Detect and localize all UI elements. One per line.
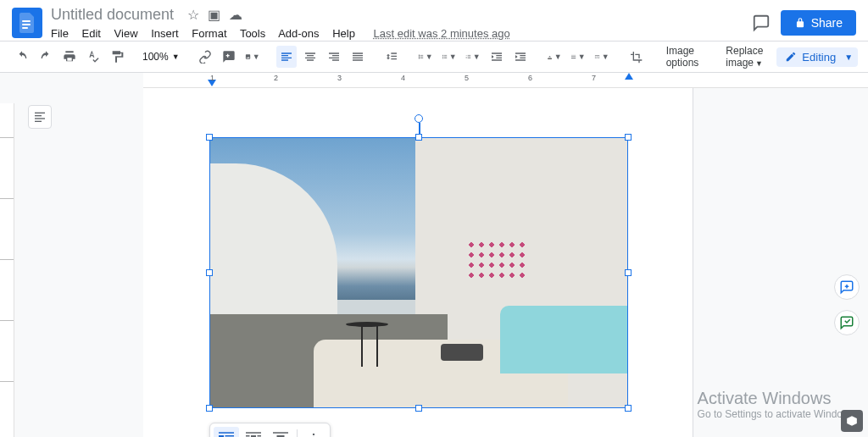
resize-handle-e[interactable] xyxy=(625,269,632,276)
wrap-inline-button[interactable] xyxy=(214,427,239,437)
editing-mode-select[interactable]: Editing ▼ xyxy=(776,47,858,67)
menu-tools[interactable]: Tools xyxy=(240,27,265,40)
resize-handle-se[interactable] xyxy=(625,405,632,412)
rotate-handle[interactable] xyxy=(415,114,423,123)
numbered-list-button[interactable]: 123▼ xyxy=(463,46,483,68)
right-indent-marker[interactable] xyxy=(625,73,633,80)
share-label: Share xyxy=(811,16,843,30)
menu-view[interactable]: View xyxy=(114,27,138,40)
svg-rect-36 xyxy=(35,121,42,122)
svg-rect-49 xyxy=(273,432,288,434)
open-comments-icon[interactable] xyxy=(752,14,771,32)
add-comment-fab[interactable] xyxy=(834,274,860,300)
increase-indent-button[interactable] xyxy=(510,46,531,68)
menu-file[interactable]: File xyxy=(51,27,69,40)
svg-point-10 xyxy=(442,56,443,57)
doc-title[interactable]: Untitled document xyxy=(51,6,174,24)
svg-rect-0 xyxy=(22,20,31,22)
add-comment-button[interactable] xyxy=(219,46,239,68)
resize-handle-ne[interactable] xyxy=(625,134,632,141)
document-outline-toggle[interactable] xyxy=(28,105,52,129)
svg-rect-30 xyxy=(596,58,597,58)
menu-addons[interactable]: Add-ons xyxy=(278,27,319,40)
page[interactable] xyxy=(143,88,693,437)
resize-handle-nw[interactable] xyxy=(206,134,213,141)
caret-down-icon: ▼ xyxy=(755,59,763,68)
lock-icon xyxy=(794,17,806,29)
docs-logo[interactable] xyxy=(12,8,42,38)
menu-insert[interactable]: Insert xyxy=(151,27,179,40)
svg-point-9 xyxy=(442,55,443,56)
redo-button[interactable] xyxy=(36,46,56,68)
border-color-button[interactable]: ▼ xyxy=(544,46,565,68)
svg-point-52 xyxy=(313,434,314,435)
horizontal-ruler-row: 1234567 xyxy=(0,73,868,88)
border-dash-button[interactable]: ▼ xyxy=(592,46,612,68)
zoom-value: 100% xyxy=(142,51,169,63)
undo-button[interactable] xyxy=(12,46,32,68)
workspace xyxy=(0,88,868,437)
border-weight-button[interactable]: ▼ xyxy=(568,46,588,68)
resize-handle-w[interactable] xyxy=(206,269,213,276)
move-icon[interactable]: ▣ xyxy=(208,7,220,23)
resize-handle-n[interactable] xyxy=(415,134,422,141)
caret-down-icon: ▼ xyxy=(473,53,481,61)
svg-rect-8 xyxy=(420,58,423,58)
menu-format[interactable]: Format xyxy=(192,27,226,40)
svg-rect-12 xyxy=(443,55,447,56)
svg-rect-20 xyxy=(467,58,470,58)
svg-rect-27 xyxy=(597,57,598,58)
insert-image-button[interactable]: ▼ xyxy=(242,46,263,68)
horizontal-ruler[interactable]: 1234567 xyxy=(143,73,868,88)
page-area xyxy=(143,88,868,437)
resize-handle-sw[interactable] xyxy=(206,405,213,412)
vertical-ruler[interactable] xyxy=(0,103,14,437)
windows-activation-watermark: Activate Windows Go to Settings to activ… xyxy=(698,389,858,420)
decrease-indent-button[interactable] xyxy=(487,46,507,68)
menu-edit[interactable]: Edit xyxy=(82,27,101,40)
align-justify-button[interactable] xyxy=(348,46,368,68)
wrap-break-button[interactable] xyxy=(268,427,293,437)
image-options-button[interactable]: Image options xyxy=(659,45,706,69)
replace-image-button[interactable]: Replace image▼ xyxy=(719,45,770,69)
spellcheck-button[interactable] xyxy=(83,46,103,68)
print-button[interactable] xyxy=(59,46,80,68)
explore-button[interactable] xyxy=(841,410,863,432)
align-right-button[interactable] xyxy=(324,46,344,68)
side-floating-buttons xyxy=(832,274,861,335)
paint-format-button[interactable] xyxy=(107,46,127,68)
svg-rect-28 xyxy=(598,57,599,58)
insert-link-button[interactable] xyxy=(195,46,215,68)
selected-image[interactable] xyxy=(209,137,628,408)
star-icon[interactable]: ☆ xyxy=(187,7,199,23)
svg-rect-42 xyxy=(246,432,261,434)
svg-rect-25 xyxy=(595,55,599,56)
suggest-edits-fab[interactable] xyxy=(834,310,860,335)
watermark-sub: Go to Settings to activate Windows. xyxy=(698,408,858,420)
align-center-button[interactable] xyxy=(300,46,320,68)
share-button[interactable]: Share xyxy=(781,10,856,36)
ruler-number: 3 xyxy=(337,74,342,82)
svg-rect-44 xyxy=(246,435,250,437)
line-spacing-button[interactable] xyxy=(381,46,402,68)
ruler-number: 1 xyxy=(210,74,214,82)
svg-rect-31 xyxy=(597,58,598,58)
checklist-button[interactable]: ▼ xyxy=(415,46,436,68)
cloud-status-icon[interactable]: ☁ xyxy=(229,7,242,23)
svg-rect-39 xyxy=(225,435,235,437)
svg-rect-29 xyxy=(595,58,596,58)
last-edit-link[interactable]: Last edit was 2 minutes ago xyxy=(374,27,510,40)
resize-handle-s[interactable] xyxy=(415,405,422,412)
caret-down-icon: ▼ xyxy=(578,53,586,61)
align-left-button[interactable] xyxy=(276,46,297,68)
menu-help[interactable]: Help xyxy=(332,27,355,40)
title-block: Untitled document ☆ ▣ ☁ File Edit View I… xyxy=(51,6,752,40)
bullet-list-button[interactable]: ▼ xyxy=(439,46,459,68)
crop-image-button[interactable] xyxy=(626,46,646,68)
wrap-toolbar-separator xyxy=(297,429,298,437)
caret-down-icon: ▼ xyxy=(554,53,562,61)
zoom-select[interactable]: 100%▼ xyxy=(141,51,181,63)
svg-rect-4 xyxy=(419,56,420,57)
wrap-text-button[interactable] xyxy=(241,427,266,437)
wrap-more-button[interactable] xyxy=(301,427,326,437)
